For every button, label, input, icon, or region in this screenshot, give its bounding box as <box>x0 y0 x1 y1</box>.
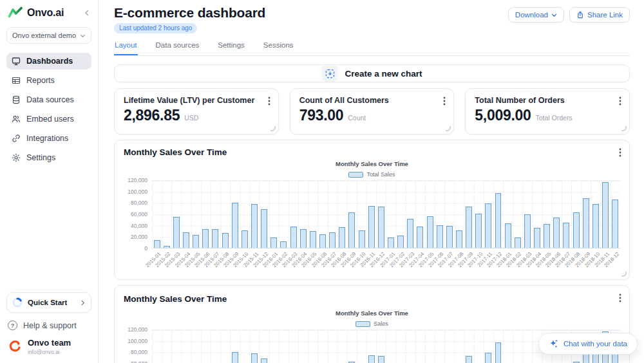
header-actions: Download Share Link <box>508 5 630 23</box>
kebab-menu-icon[interactable] <box>618 95 623 107</box>
share-link-label: Share Link <box>587 11 623 19</box>
legend-label: Sales <box>374 321 388 327</box>
quick-start-label: Quick Start <box>28 299 75 306</box>
bar <box>279 330 289 363</box>
tab-layout[interactable]: Layout <box>114 39 138 55</box>
chart-legend[interactable]: Sales <box>124 321 620 327</box>
bar <box>289 181 298 248</box>
bar <box>230 330 240 363</box>
bar <box>406 330 415 363</box>
resize-handle[interactable] <box>621 126 627 131</box>
bar <box>298 330 308 363</box>
bar <box>454 181 464 248</box>
bar <box>562 181 571 248</box>
resize-handle[interactable] <box>270 126 276 131</box>
bar <box>386 181 395 248</box>
workspace-select-value: Onvo external demo <box>12 32 76 39</box>
reports-icon <box>12 76 21 85</box>
kpi-value: 793.00 <box>299 107 344 124</box>
y-tick-label: 40,000 <box>131 223 147 229</box>
sidebar-item-label: Settings <box>26 153 55 162</box>
progress-ring-icon <box>12 297 23 308</box>
chart-legend[interactable]: Total Sales <box>124 171 620 178</box>
bar <box>211 181 220 248</box>
tab-sessions[interactable]: Sessions <box>263 39 294 55</box>
bar <box>366 181 376 248</box>
help-support-label: Help & support <box>23 321 77 330</box>
bar <box>415 181 425 248</box>
bar <box>152 330 162 363</box>
bar <box>522 181 532 248</box>
bar <box>513 330 522 363</box>
bar <box>240 181 249 248</box>
bar <box>415 330 425 363</box>
kpi-card-ltv: Lifetime Value (LTV) per Customer 2,896.… <box>114 88 279 135</box>
kebab-menu-icon[interactable] <box>442 95 447 107</box>
workspace-select[interactable]: Onvo external demo <box>6 27 91 44</box>
quick-start-button[interactable]: Quick Start <box>6 292 91 313</box>
sidebar-item-dashboards[interactable]: Dashboards <box>6 53 91 70</box>
y-tick-label: 20,000 <box>131 234 147 240</box>
sidebar-bottom: Quick Start ? Help & support Onvo team i… <box>6 292 91 355</box>
dashboard-icon <box>12 57 21 66</box>
chart-card-monthly-sales-1: Monthly Sales Over Time Monthly Sales Ov… <box>114 140 630 280</box>
sidebar-item-label: Reports <box>26 76 55 85</box>
sidebar-item-data-sources[interactable]: Data sources <box>6 91 91 108</box>
share-icon <box>576 11 584 19</box>
app-root: Onvo.ai Onvo external demo Dashboards <box>0 0 644 363</box>
bar <box>171 330 181 363</box>
sidebar-item-settings[interactable]: Settings <box>6 149 91 166</box>
legend-label: Total Sales <box>366 171 395 178</box>
y-tick-label: 100,000 <box>128 338 147 344</box>
onvo-logo-icon <box>8 6 23 19</box>
bar <box>366 330 376 363</box>
download-button-label: Download <box>515 11 548 19</box>
bar <box>571 181 581 248</box>
chat-button-label: Chat with your data <box>564 340 627 348</box>
chevron-down-icon <box>80 33 86 39</box>
chevron-down-icon <box>551 12 557 18</box>
kpi-row: Lifetime Value (LTV) per Customer 2,896.… <box>114 88 630 135</box>
users-icon <box>12 115 21 124</box>
resize-handle[interactable] <box>621 272 627 277</box>
chart-inner-title: Monthly Sales Over Time <box>124 310 620 317</box>
help-support-link[interactable]: ? Help & support <box>6 321 91 330</box>
kpi-title: Lifetime Value (LTV) per Customer <box>124 96 269 105</box>
tab-settings[interactable]: Settings <box>217 39 245 55</box>
tab-data-sources[interactable]: Data sources <box>155 39 200 55</box>
bar <box>474 330 484 363</box>
bar <box>493 330 503 363</box>
bar <box>347 181 357 248</box>
kpi-unit: Count <box>348 114 366 122</box>
chat-with-data-button[interactable]: Chat with your data <box>538 333 638 355</box>
bar <box>444 330 454 363</box>
kebab-menu-icon[interactable] <box>618 292 623 304</box>
logo-link[interactable]: Onvo.ai <box>6 6 91 19</box>
y-tick-label: 60,000 <box>131 360 147 363</box>
kebab-menu-icon[interactable] <box>618 147 623 158</box>
bar <box>249 330 259 363</box>
kebab-menu-icon[interactable] <box>267 95 272 107</box>
team-email: info@onvo.ai <box>28 349 71 355</box>
sidebar-nav: Dashboards Reports Data sources Embed us… <box>6 53 91 166</box>
team-info[interactable]: Onvo team info@onvo.ai <box>6 338 91 355</box>
download-button[interactable]: Download <box>508 7 564 23</box>
bar <box>152 181 162 248</box>
bar <box>493 181 503 248</box>
sidebar-item-label: Dashboards <box>26 57 73 66</box>
share-link-button[interactable]: Share Link <box>569 7 630 23</box>
bar <box>513 181 522 248</box>
sidebar-item-reports[interactable]: Reports <box>6 72 91 89</box>
bar <box>337 330 347 363</box>
bar <box>532 181 542 248</box>
bar <box>337 181 347 248</box>
resize-handle[interactable] <box>446 126 451 131</box>
collapse-sidebar-icon[interactable] <box>84 10 90 16</box>
bar <box>308 330 317 363</box>
sidebar-item-integrations[interactable]: Integrations <box>6 130 91 147</box>
create-new-chart-button[interactable]: Create a new chart <box>114 64 630 82</box>
bar <box>454 330 464 363</box>
sidebar-item-embed-users[interactable]: Embed users <box>6 111 91 127</box>
link-icon <box>12 134 21 143</box>
create-chart-label: Create a new chart <box>345 69 422 79</box>
